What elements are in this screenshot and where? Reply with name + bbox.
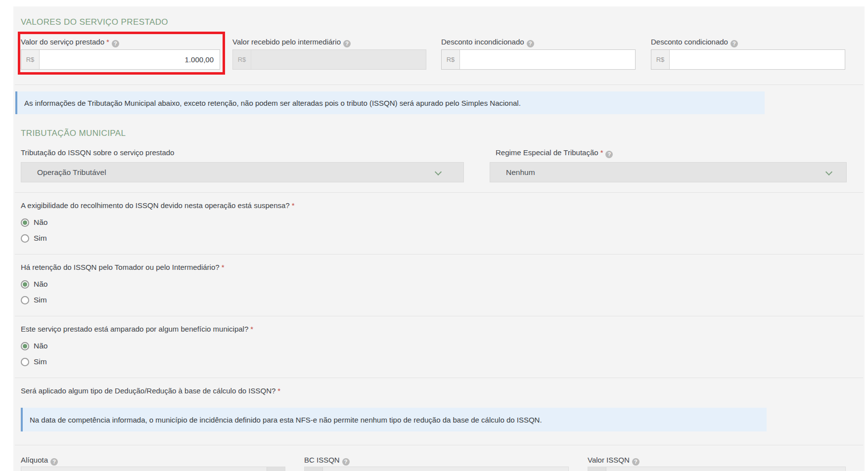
- currency-prefix: R$: [233, 50, 251, 69]
- section-divider: [15, 85, 863, 85]
- currency-fields-row: Valor do serviço prestado*? R$ Valor rec…: [21, 37, 865, 70]
- field-valor-servico: Valor do serviço prestado*? R$: [21, 37, 220, 70]
- aliquota-input-group: [21, 467, 285, 471]
- desconto-condicionado-input[interactable]: [670, 50, 845, 69]
- question-exigibilidade: A exigibilidade do recolhimento do ISSQN…: [21, 192, 865, 244]
- help-icon[interactable]: ?: [342, 458, 350, 466]
- currency-prefix: R$: [21, 50, 40, 69]
- field-valor-intermediario: Valor recebido pelo intermediário? R$: [232, 37, 426, 70]
- help-icon[interactable]: ?: [112, 40, 119, 47]
- radio-selected-icon[interactable]: [21, 280, 29, 289]
- valor-issqn-label: Valor ISSQN?: [588, 455, 846, 465]
- field-label: Desconto incondicionado?: [441, 37, 636, 47]
- alert-reducao-base: Na data de competência informada, o muni…: [21, 408, 767, 431]
- required-marker: *: [277, 386, 280, 395]
- valor-intermediario-input: [251, 50, 426, 69]
- required-marker: *: [250, 325, 253, 333]
- currency-prefix: R$: [442, 50, 460, 69]
- bottom-fields-row: [21, 467, 865, 471]
- bc-issqn-input-group: [304, 467, 569, 471]
- required-marker: *: [222, 263, 225, 271]
- radio-option-nao[interactable]: Não: [21, 340, 865, 352]
- radio-unselected-icon[interactable]: [21, 296, 29, 304]
- valor-servico-input-group: R$: [21, 49, 220, 70]
- regime-especial-select: Nenhum: [490, 162, 847, 182]
- radio-option-sim[interactable]: Sim: [21, 356, 865, 368]
- question-divider: [15, 316, 863, 316]
- radio-unselected-icon[interactable]: [21, 358, 29, 366]
- radio-option-sim[interactable]: Sim: [21, 232, 865, 244]
- required-marker: *: [600, 148, 603, 157]
- question-deducao-reducao: Será aplicado algum tipo de Dedução/Redu…: [21, 378, 865, 431]
- bottom-labels-row: Alíquota? BC ISSQN? Valor ISSQN?: [21, 455, 865, 465]
- radio-selected-icon[interactable]: [21, 218, 29, 227]
- tributacao-issqn-select: Operação Tributável: [21, 162, 464, 182]
- alert-text: Na data de competência informada, o muni…: [30, 416, 542, 424]
- dropdown-row: Operação Tributável Nenhum: [21, 162, 865, 182]
- field-desconto-incondicionado: Desconto incondicionado? R$: [441, 37, 636, 70]
- question-retencao: Há retenção do ISSQN pelo Tomador ou pel…: [21, 254, 865, 306]
- desconto-incondicionado-input[interactable]: [460, 50, 635, 69]
- chevron-down-icon: [435, 169, 442, 175]
- chevron-down-icon: [825, 169, 832, 175]
- radio-selected-icon[interactable]: [21, 342, 29, 350]
- field-label: Valor recebido pelo intermediário?: [232, 37, 426, 47]
- alert-simples-nacional: As informações de Tributação Municipal a…: [15, 91, 765, 114]
- help-icon[interactable]: ?: [731, 40, 738, 47]
- help-icon[interactable]: ?: [343, 40, 351, 47]
- help-icon[interactable]: ?: [50, 458, 58, 466]
- questions-section: A exigibilidade do recolhimento do ISSQN…: [21, 192, 865, 431]
- radio-option-sim[interactable]: Sim: [21, 294, 865, 306]
- valor-servico-input[interactable]: [40, 50, 220, 69]
- radio-option-nao[interactable]: Não: [21, 216, 865, 228]
- dropdown-labels-row: Tributação do ISSQN sobre o serviço pres…: [21, 148, 865, 158]
- currency-prefix: R$: [651, 50, 670, 69]
- required-marker: *: [106, 38, 109, 46]
- desconto-incondicionado-input-group: R$: [441, 49, 636, 70]
- help-icon[interactable]: ?: [605, 151, 613, 158]
- question-label: A exigibilidade do recolhimento do ISSQN…: [21, 200, 865, 211]
- question-divider: [15, 378, 863, 378]
- help-icon[interactable]: ?: [632, 458, 640, 466]
- radio-option-nao[interactable]: Não: [21, 278, 865, 290]
- aliquota-label: Alíquota?: [21, 455, 285, 465]
- dropdown-label-tributacao-issqn: Tributação do ISSQN sobre o serviço pres…: [21, 148, 464, 158]
- section-title-tributacao: TRIBUTAÇÃO MUNICIPAL: [21, 114, 865, 138]
- field-label: Desconto condicionado?: [651, 37, 845, 47]
- question-divider: [15, 254, 863, 255]
- bc-issqn-label: BC ISSQN?: [304, 455, 569, 465]
- percent-suffix-box: [267, 467, 285, 471]
- question-label: Este serviço prestado está amparado por …: [21, 324, 865, 334]
- radio-unselected-icon[interactable]: [21, 234, 29, 243]
- valor-intermediario-input-group: R$: [232, 49, 426, 70]
- field-label: Valor do serviço prestado*?: [21, 37, 220, 47]
- dropdown-label-regime-especial: Regime Especial de Tributação*?: [490, 148, 847, 158]
- section-title-valores: VALORES DO SERVIÇO PRESTADO: [21, 6, 865, 27]
- valor-issqn-input-group: [588, 467, 846, 471]
- question-label: Há retenção do ISSQN pelo Tomador ou pel…: [21, 262, 865, 272]
- currency-prefix-box: [305, 467, 323, 471]
- currency-prefix-box: [588, 467, 606, 471]
- form-panel: VALORES DO SERVIÇO PRESTADO Valor do ser…: [13, 6, 865, 471]
- field-desconto-condicionado: Desconto condicionado? R$: [651, 37, 845, 70]
- desconto-condicionado-input-group: R$: [651, 49, 845, 70]
- section-divider: [15, 445, 863, 445]
- question-label: Será aplicado algum tipo de Dedução/Redu…: [21, 385, 865, 396]
- question-divider: [15, 192, 863, 193]
- help-icon[interactable]: ?: [527, 40, 534, 47]
- required-marker: *: [292, 201, 295, 210]
- alert-text: As informações de Tributação Municipal a…: [24, 99, 521, 107]
- question-beneficio: Este serviço prestado está amparado por …: [21, 316, 865, 368]
